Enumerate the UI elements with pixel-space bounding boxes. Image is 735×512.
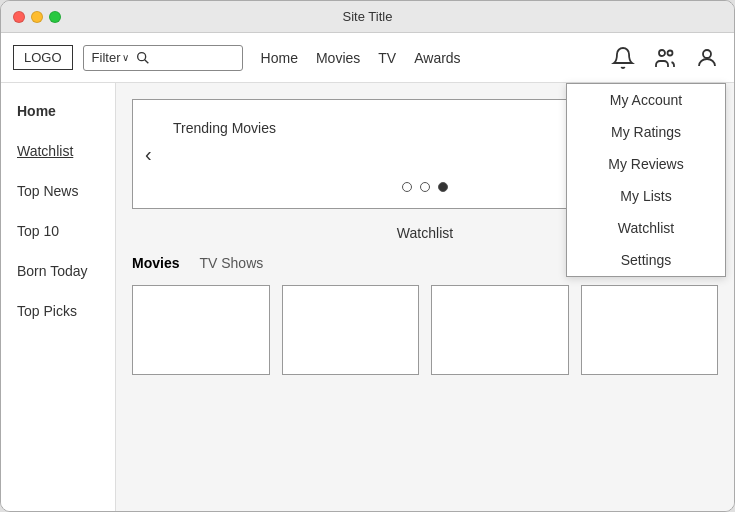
title-bar: Site Title (1, 1, 734, 33)
movie-card-2[interactable] (282, 285, 420, 375)
sidebar-item-home[interactable]: Home (17, 103, 99, 119)
chevron-down-icon: ∨ (122, 52, 129, 63)
movie-card-3[interactable] (431, 285, 569, 375)
notifications-button[interactable] (608, 43, 638, 73)
tab-movies[interactable]: Movies (132, 255, 179, 271)
carousel-dot-1[interactable] (402, 182, 412, 192)
minimize-button[interactable] (31, 11, 43, 23)
logo[interactable]: LOGO (13, 45, 73, 70)
user-icon (695, 46, 719, 70)
app-window: Site Title LOGO Filter∨ Home Movies TV A… (0, 0, 735, 512)
sidebar: Home Watchlist Top News Top 10 Born Toda… (1, 83, 116, 511)
movie-card-1[interactable] (132, 285, 270, 375)
search-container: Filter∨ (83, 45, 243, 71)
sidebar-item-top-10[interactable]: Top 10 (17, 223, 99, 239)
nav-home[interactable]: Home (261, 50, 298, 66)
dropdown-settings[interactable]: Settings (567, 244, 725, 276)
carousel-dot-3[interactable] (438, 182, 448, 192)
sidebar-item-top-picks[interactable]: Top Picks (17, 303, 99, 319)
carousel-prev-button[interactable]: ‹ (145, 143, 152, 166)
bell-icon (611, 46, 635, 70)
dropdown-my-ratings[interactable]: My Ratings (567, 116, 725, 148)
nav-movies[interactable]: Movies (316, 50, 360, 66)
account-dropdown: My Account My Ratings My Reviews My List… (566, 83, 726, 277)
traffic-lights (13, 11, 61, 23)
svg-line-1 (145, 59, 149, 63)
dropdown-my-reviews[interactable]: My Reviews (567, 148, 725, 180)
sidebar-item-watchlist[interactable]: Watchlist (17, 143, 99, 159)
nav-awards[interactable]: Awards (414, 50, 460, 66)
tab-tv-shows[interactable]: TV Shows (199, 255, 263, 271)
carousel-dot-2[interactable] (420, 182, 430, 192)
dropdown-my-lists[interactable]: My Lists (567, 180, 725, 212)
people-icon (653, 46, 677, 70)
nav-links: Home Movies TV Awards (261, 50, 461, 66)
search-icon[interactable] (135, 50, 151, 66)
dropdown-my-account[interactable]: My Account (567, 84, 725, 116)
svg-point-0 (138, 52, 146, 60)
nav-icons (608, 43, 722, 73)
community-button[interactable] (650, 43, 680, 73)
sidebar-item-born-today[interactable]: Born Today (17, 263, 99, 279)
svg-point-4 (703, 50, 711, 58)
movie-card-4[interactable] (581, 285, 719, 375)
svg-point-3 (668, 50, 673, 55)
account-button[interactable] (692, 43, 722, 73)
close-button[interactable] (13, 11, 25, 23)
movie-grid (132, 285, 718, 375)
filter-button[interactable]: Filter∨ (92, 50, 130, 65)
navbar: LOGO Filter∨ Home Movies TV Awards (1, 33, 734, 83)
sidebar-item-top-news[interactable]: Top News (17, 183, 99, 199)
dropdown-watchlist[interactable]: Watchlist (567, 212, 725, 244)
maximize-button[interactable] (49, 11, 61, 23)
svg-point-2 (659, 50, 665, 56)
window-title: Site Title (343, 9, 393, 24)
nav-tv[interactable]: TV (378, 50, 396, 66)
